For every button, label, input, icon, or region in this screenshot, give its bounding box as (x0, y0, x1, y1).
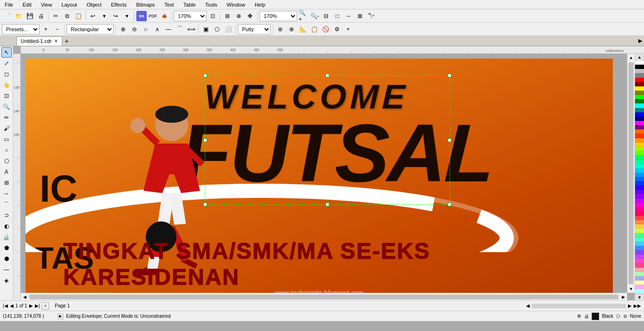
copy-button[interactable]: ⧉ (62, 11, 72, 21)
color-swatch[interactable] (635, 181, 644, 186)
handle-tm[interactable] (326, 74, 329, 77)
node-sym[interactable]: ⟺ (186, 24, 196, 34)
crop-tool[interactable]: ⊡ (1, 91, 12, 101)
clear-envelope[interactable]: 🚫 (320, 24, 331, 34)
parallel-dim[interactable]: ↔ (1, 188, 12, 199)
outline-icon[interactable]: ⬡ (616, 314, 620, 319)
color-swatch[interactable] (635, 250, 644, 255)
color-swatch[interactable] (635, 125, 644, 129)
envelope-putty[interactable]: ▣ (201, 24, 211, 34)
zoom-out-button[interactable]: 🔍- (309, 11, 320, 21)
outline-tool[interactable]: — (1, 264, 12, 275)
node-break[interactable]: ∧ (152, 24, 162, 34)
envelope-settings[interactable]: ⚙ (332, 24, 342, 34)
nav-next[interactable]: ▶ (29, 303, 33, 308)
table-tool[interactable]: ⊞ (1, 178, 12, 188)
envelope-line[interactable]: ⬜ (223, 24, 234, 34)
color-swatch[interactable] (635, 199, 644, 203)
scroll-thumb-h[interactable] (29, 295, 619, 299)
zoom-fit2[interactable]: ⊟ (321, 11, 331, 21)
node-line[interactable]: — (163, 24, 174, 34)
color-swatch[interactable] (635, 212, 644, 216)
scroll-up-arrow[interactable]: ▲ (627, 54, 635, 61)
palette-arrow-up[interactable]: ▲ (635, 54, 644, 60)
tab-scroll-right[interactable]: ▶ (636, 38, 644, 44)
connector-tool[interactable]: ⌒ (1, 199, 12, 210)
import-button[interactable]: Im (136, 11, 147, 21)
color-swatch[interactable] (635, 73, 644, 77)
eyedropper-tool[interactable]: 🔬 (1, 232, 12, 242)
color-swatch[interactable] (635, 190, 644, 194)
color-manager-icon[interactable]: ⚙ (577, 314, 581, 319)
zoom-page[interactable]: □ (332, 11, 343, 21)
save-button[interactable]: 💾 (25, 11, 35, 21)
handle-tl[interactable] (203, 74, 207, 77)
h-nav-right[interactable]: ▶ (628, 303, 632, 308)
color-swatch[interactable] (635, 238, 644, 242)
color-swatch[interactable] (635, 246, 644, 250)
small-triangle[interactable]: ▶ (58, 314, 63, 319)
color-swatch[interactable] (635, 242, 644, 246)
tab-close-button[interactable]: ✕ (54, 39, 58, 43)
color-swatch[interactable] (635, 289, 644, 293)
scroll-left-arrow[interactable]: ◀ (21, 293, 28, 301)
blend-tool[interactable]: ⊃ (1, 210, 12, 221)
zoom-tool[interactable]: 🔍 (1, 102, 12, 112)
rectangle-tool[interactable]: ▭ (1, 134, 12, 144)
color-swatch[interactable] (635, 173, 644, 177)
h-nav-scroll[interactable] (532, 304, 626, 308)
add-preset[interactable]: + (41, 24, 51, 34)
redo-list-button[interactable]: ▾ (122, 11, 132, 21)
color-swatch[interactable] (635, 129, 644, 134)
menu-text[interactable]: Text (161, 1, 176, 8)
snap-button[interactable]: ⊞ (222, 11, 233, 21)
artistic-media[interactable]: 🖌 (1, 123, 12, 134)
no-fill-icon[interactable]: ⊘ (623, 314, 627, 319)
snap-to-button[interactable]: ⊕ (234, 11, 244, 21)
zoom-select[interactable]: 170% (174, 11, 207, 21)
color-swatch[interactable] (635, 82, 644, 86)
new-button[interactable]: 📄 (2, 11, 12, 21)
color-swatch[interactable] (635, 203, 644, 207)
h-scrollbar[interactable]: ◀ ▶ (21, 293, 627, 300)
cut-button[interactable]: ✂ (50, 11, 61, 21)
color-swatch[interactable] (635, 91, 644, 95)
color-swatch[interactable] (635, 280, 644, 285)
color-swatch[interactable] (635, 216, 644, 220)
color-swatch[interactable] (635, 138, 644, 143)
color-swatch[interactable] (635, 65, 644, 69)
publish-button[interactable]: 📤 (159, 11, 169, 21)
envelope-shape[interactable]: ⬠ (212, 24, 222, 34)
add-page[interactable]: + (42, 302, 49, 310)
polygon-tool[interactable]: ⬡ (1, 156, 12, 166)
paste-button[interactable]: 📋 (73, 11, 84, 21)
undo-list-button[interactable]: ▾ (99, 11, 109, 21)
open-button[interactable]: 📁 (13, 11, 24, 21)
apply-envelope[interactable]: 📋 (309, 24, 319, 34)
color-swatch[interactable] (635, 86, 644, 91)
color-swatch[interactable] (635, 259, 644, 263)
color-swatch[interactable] (635, 134, 644, 138)
handle-bm[interactable] (326, 203, 329, 206)
color-swatch[interactable] (635, 220, 644, 224)
color-swatch[interactable] (635, 263, 644, 268)
color-swatch[interactable] (635, 272, 644, 276)
menu-bitmaps[interactable]: Bitmaps (134, 1, 158, 8)
scroll-right-arrow[interactable]: ▶ (619, 293, 627, 301)
color-swatch[interactable] (635, 143, 644, 147)
h-nav-left[interactable]: ◀ (526, 303, 530, 308)
menu-view[interactable]: View (38, 1, 55, 8)
color-swatch[interactable] (635, 112, 644, 117)
interactive-fill[interactable]: ◈ (1, 275, 12, 286)
color-swatch[interactable] (635, 186, 644, 190)
color-swatch[interactable] (635, 229, 644, 233)
zoom-select2[interactable]: 170% (259, 11, 297, 21)
menu-edit[interactable]: Edit (20, 1, 34, 8)
color-swatch[interactable] (635, 117, 644, 121)
shape-tool[interactable]: ◻ (1, 69, 12, 79)
color-swatch[interactable] (635, 60, 644, 65)
delete-node[interactable]: ⊖ (129, 24, 140, 34)
add-tab-button[interactable]: + (62, 37, 71, 45)
color-swatch[interactable] (635, 155, 644, 160)
scroll-thumb-v[interactable] (628, 62, 634, 284)
